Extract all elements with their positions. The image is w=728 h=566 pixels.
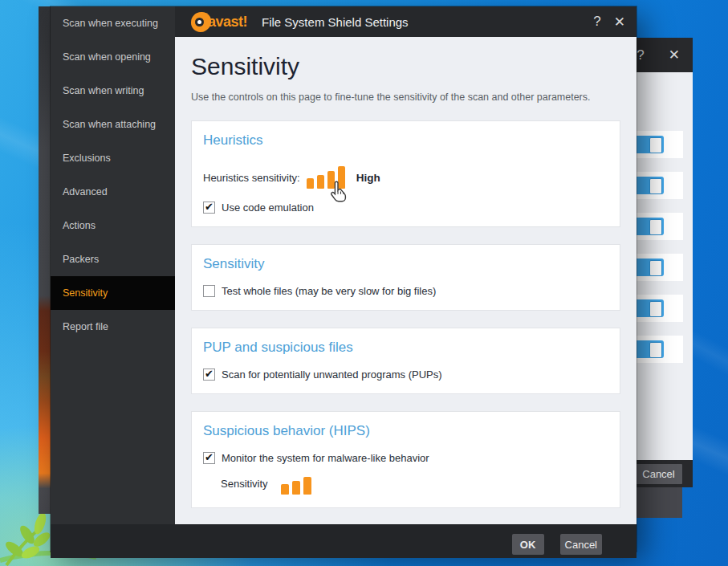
cancel-button[interactable]: Cancel (560, 534, 602, 555)
toggle-knob (649, 260, 662, 276)
heuristics-sensitivity-label: Heuristics sensitivity: (203, 172, 300, 184)
close-icon[interactable]: ✕ (669, 47, 680, 63)
slider-bar (281, 484, 289, 495)
toggle-knob (649, 219, 662, 235)
file-system-shield-settings-dialog: Scan when executing Scan when opening Sc… (51, 6, 636, 552)
ok-button[interactable]: OK (512, 534, 544, 555)
sensitivity-heading: Sensitivity (203, 256, 608, 272)
hips-sensitivity-slider[interactable] (281, 472, 311, 495)
heuristics-heading: Heuristics (203, 132, 608, 149)
avast-logo-text: avast! (208, 14, 247, 31)
test-whole-files-label: Test whole files (may be very slow for b… (222, 285, 436, 297)
toggle-knob (649, 137, 662, 153)
sidebar-item-scan-when-executing[interactable]: Scan when executing (51, 6, 175, 40)
toggle-switch[interactable] (634, 136, 664, 153)
settings-sidebar: Scan when executing Scan when opening Sc… (51, 6, 175, 524)
close-icon[interactable]: ✕ (614, 14, 625, 31)
avast-main-window-bottom-corner (636, 487, 682, 518)
toggle-switch[interactable] (634, 340, 664, 358)
dialog-title: File System Shield Settings (262, 15, 580, 29)
slider-bar (307, 178, 314, 189)
test-whole-files-checkbox[interactable] (203, 285, 215, 297)
slider-bar (292, 481, 300, 495)
slider-bar (317, 175, 324, 189)
help-icon[interactable]: ? (593, 14, 600, 30)
scan-pups-label: Scan for potentially unwanted programs (… (222, 369, 442, 381)
sidebar-item-sensitivity[interactable]: Sensitivity (51, 276, 175, 310)
toggle-switch[interactable] (634, 218, 664, 235)
dialog-footer: OK Cancel (51, 531, 636, 558)
sensitivity-card: Sensitivity Test whole files (may be ver… (191, 244, 620, 311)
monitor-behavior-label: Monitor the system for malware-like beha… (222, 452, 429, 464)
help-icon[interactable]: ? (636, 47, 644, 63)
monitor-behavior-checkbox[interactable] (203, 452, 215, 464)
heuristics-sensitivity-value: High (356, 172, 380, 184)
avast-main-window-left-edge (39, 6, 51, 514)
toggle-knob (649, 178, 662, 194)
avast-logo-icon: avast! (191, 12, 247, 32)
settings-page: Sensitivity Use the controls on this pag… (175, 37, 636, 524)
pup-heading: PUP and suspicious files (203, 340, 608, 356)
sidebar-item-advanced[interactable]: Advanced (51, 175, 175, 209)
sidebar-item-packers[interactable]: Packers (51, 242, 175, 276)
cursor-hand-icon (329, 179, 350, 203)
slider-bar (303, 477, 311, 495)
sidebar-item-scan-when-opening[interactable]: Scan when opening (51, 40, 175, 74)
page-title: Sensitivity (191, 53, 620, 80)
toggle-knob (649, 342, 662, 358)
heuristics-sensitivity-slider[interactable] (307, 166, 345, 189)
sidebar-item-scan-when-attaching[interactable]: Scan when attaching (51, 108, 175, 141)
hips-heading: Suspicious behavior (HIPS) (203, 423, 608, 439)
hips-card: Suspicious behavior (HIPS) Monitor the s… (191, 411, 620, 508)
toggle-switch[interactable] (634, 177, 664, 194)
use-code-emulation-label: Use code emulation (222, 202, 314, 214)
toggle-knob (649, 301, 662, 317)
sidebar-item-exclusions[interactable]: Exclusions (51, 141, 175, 175)
dialog-titlebar: avast! File System Shield Settings ? ✕ (175, 6, 636, 37)
toggle-switch[interactable] (634, 299, 664, 317)
cancel-button[interactable]: Cancel (635, 464, 682, 484)
pup-card: PUP and suspicious files Scan for potent… (191, 328, 620, 394)
sidebar-item-scan-when-writing[interactable]: Scan when writing (51, 74, 175, 108)
scan-pups-checkbox[interactable] (203, 369, 215, 381)
use-code-emulation-checkbox[interactable] (203, 202, 215, 214)
toggle-switch[interactable] (634, 259, 664, 276)
sidebar-item-actions[interactable]: Actions (51, 209, 175, 242)
heuristics-card: Heuristics Heuristics sensitivity: High (191, 120, 620, 227)
hips-sensitivity-label: Sensitivity (221, 478, 268, 490)
sidebar-item-report-file[interactable]: Report file (51, 310, 175, 344)
page-subtitle: Use the controls on this page to fine-tu… (191, 92, 620, 103)
